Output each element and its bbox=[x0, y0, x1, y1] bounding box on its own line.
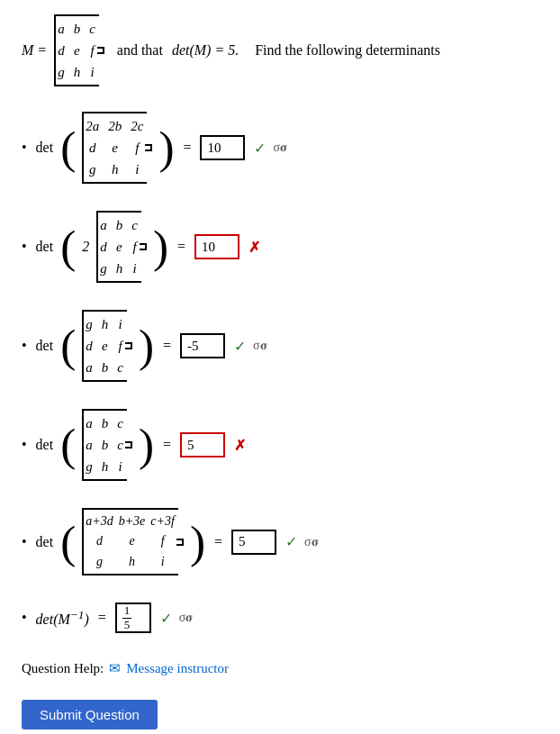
det-label-2: det bbox=[36, 239, 54, 255]
submit-area: Submit Question bbox=[22, 687, 538, 729]
m-cell: e bbox=[119, 531, 146, 551]
bracket-left-4: a b c a b c g h i bbox=[82, 409, 127, 481]
m-cell: c bbox=[117, 434, 123, 456]
bracket-right-5 bbox=[176, 539, 184, 546]
m-cell: i bbox=[117, 313, 123, 335]
m-cell: b bbox=[74, 18, 81, 40]
matrix-2: a b c d e f g h i bbox=[96, 211, 147, 283]
det-statement: det(M) = 5. bbox=[172, 42, 239, 59]
bracket-left-3: g h i d e f a b c bbox=[82, 310, 127, 382]
answer-box-6: 1 5 bbox=[115, 603, 151, 633]
equals-5: = bbox=[214, 534, 222, 550]
m-cell: g bbox=[86, 159, 99, 180]
paren-left-1: ( bbox=[60, 124, 76, 170]
header-matrix-grid: a b c d e f g h i bbox=[58, 18, 95, 83]
m-cell: c bbox=[117, 357, 123, 378]
m-cell: c bbox=[89, 18, 95, 40]
bullet-2: • bbox=[22, 239, 27, 255]
check-icon-5: ✓ bbox=[285, 533, 297, 550]
question-help-label: Question Help: bbox=[22, 661, 104, 676]
det-label-4: det bbox=[36, 437, 54, 453]
m-cell: a bbox=[86, 357, 93, 378]
answer-box-3: -5 bbox=[180, 333, 225, 358]
answer-value-4: 5 bbox=[187, 438, 194, 453]
m-cell: i bbox=[150, 552, 175, 572]
bracket-left: a b c d e f g h i bbox=[54, 14, 99, 86]
m-cell: g bbox=[86, 313, 93, 335]
paren-left-2: ( bbox=[60, 223, 76, 269]
m-cell: d bbox=[58, 40, 65, 61]
m-cell: c bbox=[117, 412, 123, 434]
m-cell: i bbox=[89, 61, 95, 83]
paren-right-3: ) bbox=[139, 322, 154, 368]
mail-icon: ✉ bbox=[109, 660, 121, 676]
answer-box-1: 10 bbox=[200, 135, 245, 160]
bracket-left-2: a b c d e f g h i bbox=[96, 211, 141, 283]
paren-right-1: ) bbox=[158, 124, 174, 170]
answer-box-4: 5 bbox=[180, 432, 225, 458]
m-cell: h bbox=[74, 61, 81, 83]
det-label-1: det bbox=[36, 140, 54, 156]
m-cell: f bbox=[131, 236, 138, 258]
equals-2: = bbox=[177, 239, 185, 255]
m-cell: f bbox=[89, 40, 95, 61]
m-cell: e bbox=[116, 236, 123, 258]
m-cell: i bbox=[117, 456, 123, 477]
scalar-2: 2 bbox=[82, 239, 89, 255]
matrix-1: 2a 2b 2c d e f g h i bbox=[82, 112, 152, 184]
m-cell: h bbox=[119, 552, 146, 572]
det-label-3: det bbox=[36, 338, 54, 354]
sigma-icon-5[interactable]: σ𝛔 bbox=[304, 535, 319, 549]
m-cell: a bbox=[58, 18, 65, 40]
paren-left-3: ( bbox=[60, 322, 76, 368]
equals-1: = bbox=[183, 140, 191, 156]
equals-3: = bbox=[163, 338, 171, 354]
paren-right-4: ) bbox=[139, 421, 154, 467]
answer-box-2: 10 bbox=[194, 234, 239, 259]
problem-5: • det ( a+3d b+3e c+3f d e f g h i ) = 5… bbox=[22, 508, 538, 575]
m-cell: i bbox=[131, 258, 138, 279]
fraction-numerator: 1 bbox=[122, 604, 132, 618]
m-cell: e bbox=[108, 137, 122, 159]
sigma-icon-3[interactable]: σ𝛔 bbox=[253, 339, 267, 353]
answer-value-5: 5 bbox=[239, 534, 246, 549]
answer-value-3: -5 bbox=[187, 339, 199, 354]
bracket-left-1: 2a 2b 2c d e f g h i bbox=[82, 112, 147, 184]
m-cell: 2c bbox=[131, 115, 143, 137]
m-cell: d bbox=[86, 531, 113, 551]
m-cell: f bbox=[150, 531, 175, 551]
cross-icon-4: ✗ bbox=[234, 437, 246, 454]
m-cell: i bbox=[131, 159, 143, 180]
sigma-icon-6[interactable]: σ𝛔 bbox=[179, 611, 194, 625]
paren-right-5: ) bbox=[190, 519, 205, 565]
problem-4: • det ( a b c a b c g h i ) = 5 ✗ bbox=[22, 409, 538, 481]
m-cell: g bbox=[58, 61, 65, 83]
answer-value-2: 10 bbox=[202, 240, 215, 255]
message-instructor-link[interactable]: Message instructor bbox=[126, 661, 229, 676]
m-cell: h bbox=[102, 456, 109, 477]
matrix-grid-5: a+3d b+3e c+3f d e f g h i bbox=[86, 512, 175, 572]
bracket-right-2 bbox=[140, 243, 147, 250]
m-cell: b bbox=[116, 214, 123, 236]
m-cell: g bbox=[100, 258, 107, 279]
answer-box-5: 5 bbox=[231, 530, 276, 555]
m-cell: d bbox=[86, 137, 99, 159]
bracket-right-1 bbox=[145, 144, 152, 151]
fraction-answer: 1 5 bbox=[122, 604, 132, 631]
problem-6: • det(M−1) = 1 5 ✓ σ𝛔 bbox=[22, 603, 538, 633]
m-cell: h bbox=[102, 313, 109, 335]
check-icon-6: ✓ bbox=[160, 610, 172, 627]
sigma-icon-1[interactable]: σ𝛔 bbox=[273, 140, 287, 155]
m-cell: e bbox=[102, 335, 109, 357]
det-label-5: det bbox=[36, 534, 54, 550]
bracket-left-5: a+3d b+3e c+3f d e f g h i bbox=[82, 508, 178, 575]
m-cell: g bbox=[86, 456, 93, 477]
m-cell: 2a bbox=[86, 115, 99, 137]
fraction-denominator: 5 bbox=[122, 619, 132, 631]
bracket-right-3 bbox=[125, 342, 132, 349]
m-cell: a bbox=[86, 434, 93, 456]
bracket-right-4 bbox=[125, 441, 132, 449]
matrix-4: a b c a b c g h i bbox=[82, 409, 132, 481]
submit-button[interactable]: Submit Question bbox=[22, 700, 158, 729]
m-cell: d bbox=[100, 236, 107, 258]
